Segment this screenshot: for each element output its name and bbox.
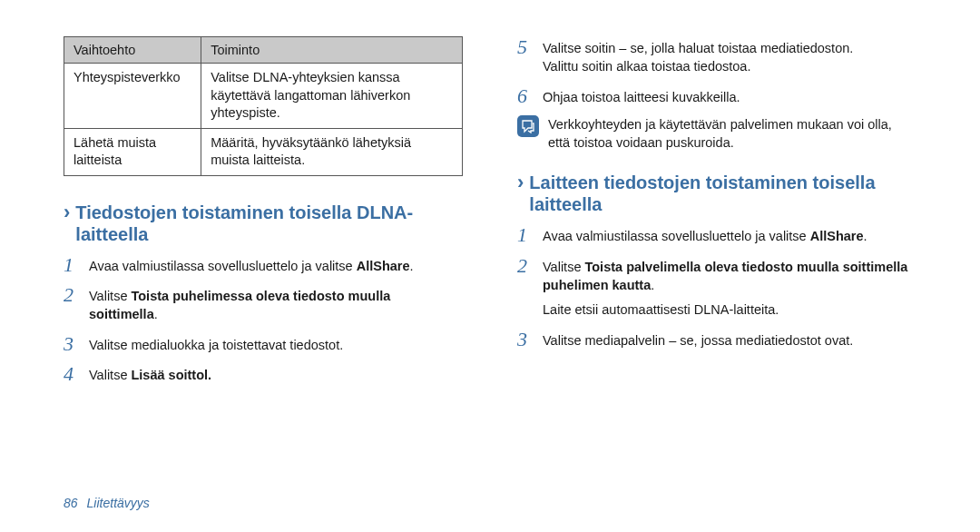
page-footer: 86 Liitettävyys [64,496,150,510]
section-title-text: Laitteen tiedostojen toistaminen toisell… [529,172,916,215]
table-header-function: Toiminto [201,37,463,64]
step-bold: Toista puhelimessa oleva tiedosto muulla… [89,289,390,321]
table-row: Yhteyspisteverkko Valitse DLNA-yhteyksie… [64,64,463,129]
step-number: 6 [517,85,534,106]
step-item: 5 Valitse soitin – se, jolla haluat tois… [517,36,916,76]
step-number: 3 [517,329,534,350]
steps-list-right-top: 5 Valitse soitin – se, jolla haluat tois… [517,36,916,106]
steps-list-right-bottom: 1 Avaa valmiustilassa sovellusluettelo j… [517,224,916,294]
step-bold: AllShare [357,259,410,273]
options-table: Vaihtoehto Toiminto Yhteyspisteverkko Va… [64,36,463,176]
step-text: Valitse [543,260,584,274]
step-item: 6 Ohjaa toistoa laitteesi kuvakkeilla. [517,85,916,106]
step-text: Valitse [89,368,131,382]
table-header-option: Vaihtoehto [64,37,201,64]
step-item: 1 Avaa valmiustilassa sovellusluettelo j… [64,254,463,275]
table-row: Lähetä muista laitteista Määritä, hyväks… [64,128,463,175]
note: Verkkoyhteyden ja käytettävän palvelimen… [517,115,916,153]
table-cell-option: Lähetä muista laitteista [64,128,201,175]
note-text: Verkkoyhteyden ja käytettävän palvelimen… [548,115,916,153]
steps-list-left: 1 Avaa valmiustilassa sovellusluettelo j… [64,254,463,384]
step-number: 2 [517,255,534,276]
step-item: 3 Valitse medialuokka ja toistettavat ti… [64,333,463,354]
chevron-icon: › [517,172,524,193]
step-text: . [651,278,654,292]
table-cell-function: Valitse DLNA-yhteyksien kanssa käytettäv… [201,64,463,129]
step-number: 5 [517,36,534,57]
step-number: 1 [517,224,534,245]
step-text: Avaa valmiustilassa sovellusluettelo ja … [543,229,810,243]
step-number: 4 [64,363,80,384]
table-cell-function: Määritä, hyväksytäänkö lähetyksiä muista… [201,128,463,175]
step-bold: AllShare [810,229,864,243]
section-heading-device: › Laitteen tiedostojen toistaminen toise… [517,172,916,215]
page-number: 86 [64,496,78,510]
note-icon [517,115,539,137]
step-text: . [864,229,867,243]
step-text: Valitse soitin – se, jolla haluat toista… [543,41,853,55]
table-cell-option: Yhteyspisteverkko [64,64,201,129]
step-bold: Lisää soittol. [131,368,211,382]
step-number: 1 [64,254,80,275]
step-text: Valittu soitin alkaa toistaa tiedostoa. [543,59,750,74]
step-text: Valitse mediapalvelin – se, jossa mediat… [543,329,916,350]
step-number: 2 [64,284,80,305]
step-text: . [154,307,158,321]
step-item: 4 Valitse Lisää soittol. [64,363,463,384]
step-bold: Toista palvelimella oleva tiedosto muull… [543,260,907,292]
step-text: . [410,259,414,273]
step-extra-text: Laite etsii automaattisesti DLNA-laittei… [517,298,916,319]
footer-section: Liitettävyys [87,496,150,510]
step-item: 2 Valitse Toista palvelimella oleva tied… [517,255,916,295]
step-item: 2 Valitse Toista puhelimessa oleva tiedo… [64,284,463,324]
step-item: 1 Avaa valmiustilassa sovellusluettelo j… [517,224,916,245]
step-text: Avaa valmiustilassa sovellusluettelo ja … [89,259,357,273]
chevron-icon: › [64,202,70,223]
step-text: Ohjaa toistoa laitteesi kuvakkeilla. [543,85,916,106]
step-number: 3 [64,333,80,354]
section-heading-dlna: › Tiedostojen toistaminen toisella DLNA-… [64,202,463,245]
steps-list-right-bottom-cont: 3 Valitse mediapalvelin – se, jossa medi… [517,329,916,350]
step-text: Valitse medialuokka ja toistettavat tied… [89,333,463,354]
step-text: Valitse [89,289,131,303]
section-title-text: Tiedostojen toistaminen toisella DLNA-la… [75,202,463,245]
step-item: 3 Valitse mediapalvelin – se, jossa medi… [517,329,916,350]
